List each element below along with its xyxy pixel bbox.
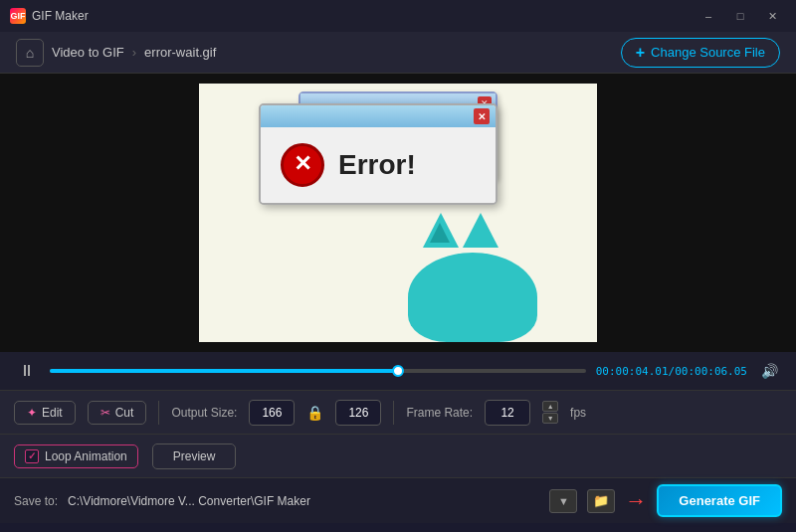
dropdown-icon: ▼ xyxy=(558,495,569,507)
frame-spinner[interactable]: ▲ ▼ xyxy=(542,401,558,424)
close-button[interactable]: ✕ xyxy=(758,7,786,25)
edit-button[interactable]: ✦ Edit xyxy=(14,401,76,425)
arrow-hint: → xyxy=(625,488,647,514)
title-bar: GIF GIF Maker – □ ✕ xyxy=(0,0,796,32)
preview-label: Preview xyxy=(173,449,216,463)
dialog-body: ✕ Error! xyxy=(261,127,496,203)
edit-label: Edit xyxy=(42,406,63,420)
save-bar: Save to: C:\Vidmore\Vidmore V... Convert… xyxy=(0,477,796,523)
home-button[interactable]: ⌂ xyxy=(16,39,44,67)
separator-1 xyxy=(158,401,159,425)
cat-body-shape xyxy=(408,253,537,342)
app-title: GIF Maker xyxy=(32,9,89,23)
time-display: 00:00:04.01/00:00:06.05 xyxy=(596,365,747,378)
frame-rate-input[interactable] xyxy=(485,400,530,426)
loop-label: Loop Animation xyxy=(45,449,127,463)
cat-inner-ear xyxy=(430,223,450,243)
change-source-label: Change Source File xyxy=(651,45,765,60)
dialog-close-x: ✕ xyxy=(474,108,490,124)
loop-animation-toggle[interactable]: ✓ Loop Animation xyxy=(14,444,138,468)
loop-checkbox: ✓ xyxy=(25,449,39,463)
cut-icon: ✂ xyxy=(100,406,110,420)
cat-character xyxy=(408,233,537,342)
progress-track[interactable] xyxy=(50,369,586,373)
edit-icon: ✦ xyxy=(27,406,37,420)
lock-icon[interactable]: 🔒 xyxy=(306,405,323,421)
title-bar-controls: – □ ✕ xyxy=(695,7,786,25)
loop-check-mark: ✓ xyxy=(28,450,36,461)
cut-label: Cut xyxy=(115,406,134,420)
progress-fill xyxy=(50,369,398,373)
app-icon: GIF xyxy=(10,8,26,24)
play-pause-button[interactable]: ⏸ xyxy=(14,358,40,384)
title-bar-left: GIF GIF Maker xyxy=(10,8,89,24)
generate-gif-button[interactable]: Generate GIF xyxy=(657,484,782,517)
save-folder-button[interactable]: 📁 xyxy=(587,489,615,513)
preview-bar: ✓ Loop Animation Preview xyxy=(0,434,796,477)
error-text: Error! xyxy=(338,149,416,181)
pause-icon: ⏸ xyxy=(19,362,35,380)
breadcrumb-separator: › xyxy=(132,45,136,60)
width-input[interactable] xyxy=(249,400,295,426)
nav-bar: ⌂ Video to GIF › error-wait.gif + Change… xyxy=(0,32,796,74)
frame-down-button[interactable]: ▼ xyxy=(542,413,558,424)
home-icon: ⌂ xyxy=(26,45,34,61)
save-dropdown-button[interactable]: ▼ xyxy=(549,489,577,513)
cat-ear-right xyxy=(463,213,498,248)
nav-left: ⌂ Video to GIF › error-wait.gif xyxy=(16,39,216,67)
breadcrumb-current: error-wait.gif xyxy=(144,45,216,60)
gif-preview: ✕ ✕ ✕ Error! xyxy=(199,84,597,342)
error-icon: ✕ xyxy=(281,143,324,187)
generate-label: Generate GIF xyxy=(679,493,760,508)
error-dialog: ✕ ✕ Error! xyxy=(259,103,498,205)
controls-bar: ⏸ 00:00:04.01/00:00:06.05 🔊 xyxy=(0,352,796,390)
save-path: C:\Vidmore\Vidmore V... Converter\GIF Ma… xyxy=(68,494,539,508)
volume-button[interactable]: 🔊 xyxy=(757,363,782,379)
cut-button[interactable]: ✂ Cut xyxy=(88,401,147,425)
maximize-button[interactable]: □ xyxy=(726,7,754,25)
minimize-button[interactable]: – xyxy=(695,7,722,25)
change-source-button[interactable]: + Change Source File xyxy=(621,38,780,68)
folder-icon: 📁 xyxy=(593,493,609,508)
separator-2 xyxy=(393,401,394,425)
time-total: 00:00:06.05 xyxy=(675,365,747,378)
height-input[interactable] xyxy=(335,400,381,426)
output-size-label: Output Size: xyxy=(171,406,237,420)
breadcrumb-parent[interactable]: Video to GIF xyxy=(52,45,124,60)
settings-bar: ✦ Edit ✂ Cut Output Size: 🔒 Frame Rate: … xyxy=(0,390,796,434)
video-area: ✕ ✕ ✕ Error! xyxy=(0,74,796,352)
preview-button[interactable]: Preview xyxy=(152,443,237,469)
fps-label: fps xyxy=(570,406,586,420)
time-current: 00:00:04.01 xyxy=(596,365,669,378)
save-to-label: Save to: xyxy=(14,494,58,508)
frame-rate-label: Frame Rate: xyxy=(406,406,473,420)
frame-up-button[interactable]: ▲ xyxy=(542,401,558,412)
dialog-titlebar: ✕ xyxy=(261,105,496,127)
change-source-plus-icon: + xyxy=(636,44,645,62)
progress-thumb xyxy=(392,365,404,377)
